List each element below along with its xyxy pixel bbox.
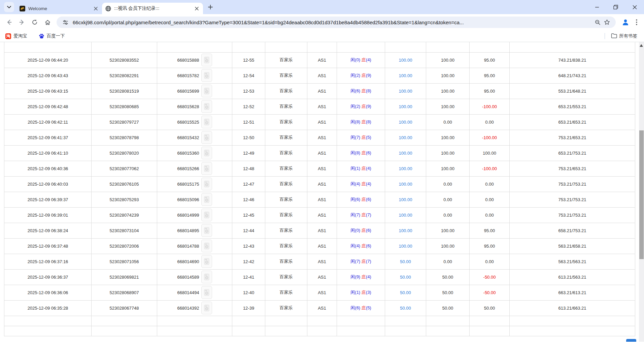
video-replay-icon[interactable] <box>201 131 212 144</box>
video-replay-icon[interactable] <box>201 85 212 97</box>
forward-button[interactable] <box>16 17 28 28</box>
table-row: 2025-12-09 06:39:37 523028075293 6680150… <box>4 192 635 207</box>
video-replay-icon[interactable] <box>201 69 212 82</box>
order-no: 523028081519 <box>92 83 157 99</box>
back-button[interactable] <box>3 17 15 28</box>
minimize-button[interactable] <box>587 0 606 14</box>
bet-amount[interactable]: 100.00 <box>385 52 426 68</box>
table-name: AS1 <box>307 176 337 192</box>
bet-amount[interactable]: 100.00 <box>385 207 426 223</box>
video-replay-icon[interactable] <box>201 240 212 252</box>
tab-welcome-close-icon[interactable] <box>93 5 99 11</box>
video-replay-icon[interactable] <box>201 162 212 175</box>
bet-amount[interactable]: 50.00 <box>385 285 426 300</box>
star-icon[interactable] <box>602 18 612 27</box>
bet-amount[interactable]: 50.00 <box>385 269 426 285</box>
bet-amount[interactable]: 100.00 <box>385 83 426 99</box>
game-no: 12-44 <box>232 223 265 238</box>
bet-amount[interactable]: 100.00 <box>385 68 426 83</box>
bet-amount[interactable]: 100.00 <box>385 161 426 176</box>
all-bookmarks-button[interactable]: 所有书签 <box>610 32 639 40</box>
bet-amount[interactable]: 50.00 <box>385 300 426 316</box>
profile-icon[interactable] <box>620 17 631 27</box>
game-no: 12-42 <box>232 254 265 269</box>
video-replay-icon[interactable] <box>201 193 212 206</box>
scrollbar-thumb[interactable] <box>639 130 644 259</box>
video-replay-icon[interactable] <box>201 178 212 190</box>
player-result: 闲(6) <box>350 88 360 93</box>
url-bar[interactable]: 66cxkj98.com/ipl/portal.php/game/betreco… <box>57 17 616 28</box>
bet-amount[interactable]: 100.00 <box>385 114 426 130</box>
round-no: 668015699 <box>177 89 199 94</box>
win-loss: 95.00 <box>470 68 510 83</box>
video-replay-icon[interactable] <box>201 255 212 268</box>
tab-betrecord-close-icon[interactable] <box>194 5 200 11</box>
order-no: 523028067748 <box>92 300 157 316</box>
video-replay-icon[interactable] <box>201 116 212 128</box>
win-loss: 95.00 <box>470 223 510 238</box>
bet-amount[interactable]: 100.00 <box>385 176 426 192</box>
game-name: 百家乐 <box>265 52 307 68</box>
game-name: 百家乐 <box>265 192 307 207</box>
tab-search-button[interactable] <box>4 2 14 12</box>
video-replay-icon[interactable] <box>201 209 212 221</box>
game-no: 12-51 <box>232 114 265 130</box>
close-button[interactable] <box>625 0 644 14</box>
video-replay-icon[interactable] <box>201 54 212 66</box>
valid-amount: 0.00 <box>426 254 470 269</box>
banker-count: (4) <box>366 57 371 62</box>
table-name: AS1 <box>307 114 337 130</box>
table-row: 2025-12-09 06:43:15 523028081519 6680156… <box>4 83 635 99</box>
game-name: 百家乐 <box>265 254 307 269</box>
home-icon <box>44 19 51 26</box>
bet-amount[interactable]: 100.00 <box>385 223 426 238</box>
bet-amount[interactable]: 100.00 <box>385 130 426 145</box>
url-text[interactable]: 66cxkj98.com/ipl/portal.php/game/betreco… <box>73 20 590 25</box>
table-name: AS1 <box>307 52 337 68</box>
video-replay-icon[interactable] <box>201 100 212 113</box>
menu-icon[interactable] <box>632 18 641 27</box>
bet-amount[interactable]: 50.00 <box>385 254 426 269</box>
video-replay-icon[interactable] <box>201 224 212 237</box>
browser-window: Welcome :::视讯 会员下注纪录::: <box>0 0 644 342</box>
globe-favicon-icon <box>105 6 111 11</box>
round-no-cell: 668014589 <box>157 269 232 285</box>
video-replay-icon[interactable] <box>201 302 212 314</box>
bookmark-taobao[interactable]: 淘 爱淘宝 <box>4 32 29 40</box>
tab-betrecord[interactable]: :::视讯 会员下注纪录::: <box>102 3 203 14</box>
bet-amount[interactable]: 100.00 <box>385 99 426 114</box>
home-button[interactable] <box>42 17 53 28</box>
order-no: 523028071056 <box>92 254 157 269</box>
table-row: 2025-12-09 06:40:03 523028076105 6680151… <box>4 176 635 192</box>
video-replay-icon[interactable] <box>201 286 212 299</box>
scrollbar-up-icon[interactable] <box>640 44 643 47</box>
summary-row: 小计 18 1600.00 1150.00 325.00 <box>4 316 635 326</box>
valid-amount: 100.00 <box>426 52 470 68</box>
round-no-cell: 668014392 <box>157 300 232 316</box>
reload-button[interactable] <box>29 17 40 28</box>
player-result: 闲(9) <box>350 274 360 279</box>
bet-amount[interactable]: 100.00 <box>385 238 426 254</box>
game-no: 12-41 <box>232 269 265 285</box>
bet-amount[interactable]: 100.00 <box>385 145 426 161</box>
bet-amount[interactable]: 100.00 <box>385 192 426 207</box>
round-no: 668015432 <box>177 135 199 140</box>
summary-bet-total: 1600.00 <box>385 316 426 326</box>
new-tab-button[interactable] <box>206 2 215 12</box>
bookmark-baidu[interactable]: 百度一下 <box>37 32 66 40</box>
video-replay-icon[interactable] <box>201 147 212 159</box>
game-name: 百家乐 <box>265 68 307 83</box>
round-no-cell: 668015096 <box>157 192 232 207</box>
back-to-top-button[interactable] <box>626 339 636 342</box>
page-scrollbar[interactable] <box>639 42 644 342</box>
result-cell: 闲(2) 庄(9) <box>337 99 385 114</box>
zoom-icon[interactable] <box>593 18 602 27</box>
site-info-icon[interactable] <box>61 18 70 27</box>
restore-button[interactable] <box>606 0 625 14</box>
video-replay-icon[interactable] <box>201 271 212 283</box>
bet-time: 2025-12-09 06:44:20 <box>4 52 92 68</box>
tab-welcome[interactable]: Welcome <box>16 3 102 14</box>
order-no: 523028077062 <box>92 161 157 176</box>
banker-result: 庄 <box>362 259 366 264</box>
welcome-favicon-icon <box>20 6 25 11</box>
